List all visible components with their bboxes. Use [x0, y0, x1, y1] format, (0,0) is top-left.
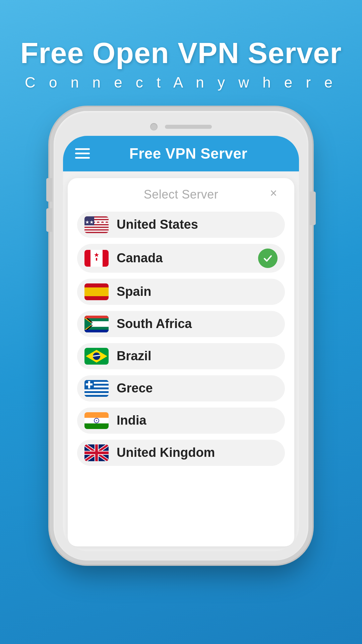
svg-point-46 [96, 420, 97, 421]
svg-rect-55 [84, 451, 109, 454]
server-name-gr: Grece [117, 381, 278, 395]
svg-rect-44 [84, 423, 109, 429]
server-name-es: Spain [117, 284, 278, 299]
svg-rect-11 [103, 250, 109, 267]
phone-screen: Free VPN Server Select Server × [63, 136, 299, 551]
phone-speaker [165, 125, 212, 129]
server-item-in[interactable]: India [77, 408, 285, 434]
power-button [310, 192, 316, 225]
server-item-za[interactable]: South Africa [77, 311, 285, 337]
svg-rect-35 [84, 389, 109, 391]
flag-br [84, 348, 109, 365]
svg-rect-41 [86, 383, 93, 385]
svg-rect-4 [84, 225, 109, 227]
svg-rect-38 [84, 395, 109, 397]
front-camera [150, 123, 158, 130]
svg-rect-36 [84, 391, 109, 393]
server-item-gb[interactable]: United Kingdom [77, 440, 285, 466]
volume-down-button [46, 208, 52, 232]
server-list: ★★★★★★★★★★★★★★★★★★★★★★★★★★★★★★★★★★★★★★★★… [68, 208, 294, 546]
svg-rect-10 [84, 250, 90, 267]
server-name-ca: Canada [117, 251, 258, 265]
server-name-in: India [117, 413, 278, 428]
flag-es [84, 283, 109, 300]
flag-gr [84, 380, 109, 397]
app-title: Free VPN Server [90, 145, 287, 162]
header-subtitle: C o n n e c t A n y w h e r e [20, 74, 342, 91]
svg-rect-22 [84, 330, 109, 332]
server-name-za: South Africa [117, 317, 278, 331]
svg-rect-6 [84, 230, 109, 232]
panel-title: Select Server [144, 187, 219, 202]
flag-ca [84, 250, 109, 267]
svg-rect-14 [84, 287, 109, 296]
svg-rect-5 [84, 228, 109, 229]
app-topbar: Free VPN Server [63, 136, 299, 171]
server-name-gb: United Kingdom [117, 445, 278, 460]
server-name-br: Brazil [117, 349, 278, 363]
server-name-us: United States [117, 217, 278, 232]
svg-rect-12 [96, 258, 97, 261]
svg-rect-43 [84, 412, 109, 418]
flag-in [84, 412, 109, 429]
svg-text:★★★★★★★★★★★★★★★★★★★★★★★★★★★★★★: ★★★★★★★★★★★★★★★★★★★★★★★★★★★★★★★★★★★★★★★★… [84, 219, 109, 225]
close-button[interactable]: × [266, 186, 281, 201]
server-item-es[interactable]: Spain [77, 279, 285, 305]
server-item-gr[interactable]: Grece [77, 375, 285, 401]
svg-rect-21 [84, 316, 109, 318]
server-item-ca[interactable]: Canada [77, 244, 285, 273]
server-item-us[interactable]: ★★★★★★★★★★★★★★★★★★★★★★★★★★★★★★★★★★★★★★★★… [77, 212, 285, 238]
svg-rect-37 [84, 393, 109, 395]
header-section: Free Open VPN Server C o n n e c t A n y… [20, 37, 342, 91]
volume-up-button [46, 178, 52, 202]
phone-mockup: Free VPN Server Select Server × [54, 111, 308, 560]
flag-us: ★★★★★★★★★★★★★★★★★★★★★★★★★★★★★★★★★★★★★★★★… [84, 216, 109, 233]
server-item-br[interactable]: Brazil [77, 343, 285, 369]
header-title: Free Open VPN Server [20, 37, 342, 69]
flag-gb [84, 444, 109, 461]
hamburger-line-1 [75, 148, 90, 150]
phone-top-bar [63, 120, 299, 136]
hamburger-menu-button[interactable] [75, 148, 90, 159]
selected-check-ca [258, 249, 278, 268]
flag-za [84, 316, 109, 332]
server-selection-panel: Select Server × [68, 178, 294, 546]
panel-header: Select Server × [68, 178, 294, 208]
hamburger-line-2 [75, 153, 90, 154]
hamburger-line-3 [75, 157, 90, 159]
